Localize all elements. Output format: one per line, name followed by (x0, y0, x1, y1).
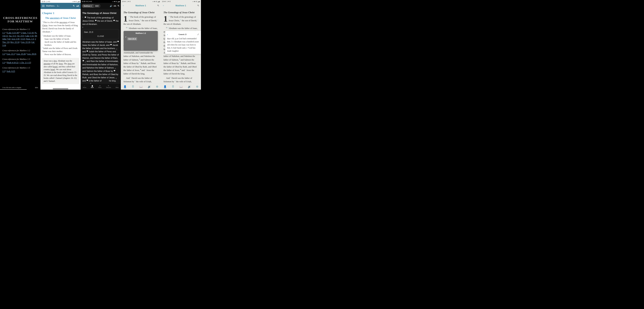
calendar-icon[interactable]: 🗓 (132, 85, 134, 88)
audio-icon[interactable]: 🔊 (110, 5, 112, 7)
esv-screen-popup-passage: 19:44 1 ✉ 8 ∞ ✱ 4G ◢ ▮ ✦ Matthew 1 🔍︎ Th… (161, 0, 201, 90)
crossref-link[interactable]: Gen 21:3 (127, 37, 137, 40)
status-time: 19:44 (122, 1, 126, 2)
status-notif-icons: 1 ✉ 8 (167, 1, 170, 2)
tab-home[interactable]: ⌂Home (83, 85, 86, 88)
kindle-crossref-screen: CROSS-REFERENCES FOR MATTHEW Cross-refer… (0, 0, 40, 90)
dark-bible-screen: 19:39 M 1 ✉ 8 ∞ ✱ 5G ◢ ▮ Matthew 1 ESV 🔊… (81, 0, 121, 90)
book-selector[interactable]: Matthew▼ (46, 5, 55, 7)
text-settings-icon[interactable]: AA (114, 5, 116, 7)
esv-logo-icon[interactable]: ✦ (162, 4, 164, 7)
crossref-list[interactable]: 1:1 a [Luke 3:23-38] b 2 Sam. 7:12-16; P… (2, 31, 38, 47)
settings-icon[interactable]: ⚙ (196, 85, 198, 88)
crossref-group-heading: Cross-references for Matthew 1:1 (2, 28, 38, 31)
bible-icon: ▇ (92, 85, 93, 86)
reading-pane[interactable]: The Genealogy of Jesus Christ 1 💬 The bo… (81, 9, 121, 90)
app-bar: Matthew 1 ESV 🔊 AA 🔍︎ (81, 3, 121, 9)
reading-pane[interactable]: Chapter 1 The ancestors of Jesus Christ … (40, 9, 81, 56)
passage-title[interactable]: Matthew 1 (164, 4, 197, 7)
audio-icon[interactable]: 🔊 (188, 85, 191, 88)
section-heading: The Genealogy of Jesus Christ (82, 11, 119, 15)
verse-1: a The book of the genealogy of Jesus Chr… (124, 16, 158, 25)
close-button[interactable]: CLOSE (84, 34, 118, 38)
status-notif-icons: 1 ✉ 8 (46, 1, 50, 2)
footnote-link[interactable]: a (51, 30, 52, 32)
crossref-popover: Gen. 21:3 CLOSE (82, 29, 119, 39)
verse-link[interactable]: 1:5 (2, 70, 5, 72)
esv-logo-icon[interactable]: ✦ (122, 4, 124, 7)
crossref-text[interactable]: Gen. 21:3 (84, 31, 118, 34)
chapter-selector[interactable]: 1▼ (57, 5, 60, 7)
status-right-icons: ∞ ✱ 4G ◢ ▮ (192, 1, 200, 2)
app-bar: Matthew▼ 1▼ 🔍︎ ᴀA (40, 3, 81, 9)
search-icon[interactable]: 🔍︎ (197, 4, 200, 7)
status-bar: 19:44 1 ✉ 8 ∞ ✱ 4G ◢ ▮ (161, 0, 201, 3)
verse-3: 3Judah was the father of Perez and Zerah… (42, 46, 79, 53)
status-right-icons: ∞ ✱ 4G ◢ ▮ (72, 1, 80, 2)
home-indicator (53, 88, 68, 89)
reference-pill[interactable]: Matthew 1 (82, 4, 94, 8)
status-bar: 19:38 1 ✉ 8 ∞ ✱ 4G ◢ ▮ (40, 0, 81, 3)
verse-6b: And j David was the father of Solomon by… (164, 76, 198, 83)
crossref-group-heading: Cross-references for Matthew 1:5 (2, 66, 38, 70)
section-heading: The ancestors of Jesus Christ (42, 16, 79, 20)
search-icon[interactable]: 🔍︎ (118, 5, 120, 7)
verse-link[interactable]: 1:2 (2, 53, 5, 55)
esv-screen-popup-refs: 19:44 1 ✉ 8 ∞ ✱ 4G ◢ ▮ ✦ Matthew 1 🔍︎ Th… (121, 0, 161, 90)
tab-bible[interactable]: ▇Bible (91, 85, 94, 88)
status-notif-icons: M 1 ✉ 8 (86, 1, 92, 2)
crossref-list[interactable]: 1:5 h Josh. 6:25 (2, 70, 38, 73)
verse-1: 1 💬 The book of the genealogy of Jesus C… (82, 16, 119, 26)
expand-icon[interactable]: ⤢ (197, 33, 199, 36)
verse-6b: And j David was the father of Solomon by… (124, 76, 158, 83)
tab-more[interactable]: ⋯More (116, 85, 118, 88)
bottom-tab-bar: ⌂Home▇Bible🗓Plans🔍︎Discover⋯More (81, 84, 121, 90)
status-time: 19:44 (162, 1, 166, 2)
calendar-icon[interactable]: 🗓 (172, 85, 174, 88)
verse-link[interactable]: 1:3 (2, 62, 5, 64)
text-settings-icon[interactable]: ᴀA (76, 5, 79, 7)
footnote-popup[interactable]: Jesus was a Jew. Abraham was the ancesto… (42, 58, 79, 84)
progress-bar (0, 89, 27, 90)
page-title: CROSS-REFERENCES FOR MATTHEW (0, 16, 40, 23)
passage-popup: ‹ Genesis 21 ⤢ days old, q as God had co… (165, 31, 201, 54)
popup-passage-text[interactable]: days old, q as God had commanded him. 5 … (167, 37, 199, 52)
more-icon: ⋯ (116, 85, 118, 86)
reference-translation-selector[interactable]: Matthew 1 ESV (82, 4, 100, 8)
bottom-toolbar: 👤 🗓 📖 🔊 ⚙ (161, 84, 201, 90)
crossref-group-heading: Cross-references for Matthew 1:3 (2, 58, 38, 61)
percent: 66% (35, 87, 38, 88)
section-heading: The Genealogy of Jesus Christ (164, 10, 198, 14)
app-bar: ✦ Matthew 1 🔍︎ (121, 3, 161, 8)
search-icon[interactable]: 🔍︎ (157, 4, 159, 7)
back-icon[interactable]: ‹ (167, 32, 168, 36)
book-icon[interactable]: 📖 (139, 85, 142, 88)
time-left: 3 hrs 58 mins left in chapter (2, 87, 21, 88)
verse-2: 2Abraham was the father of Isaac. (42, 34, 79, 37)
plans-icon: 🗓 (99, 85, 100, 86)
book-icon[interactable]: 📖 (180, 85, 183, 88)
status-time: 19:38 (42, 1, 45, 2)
status-right-icons: ∞ ✱ 5G ◢ ▮ (112, 1, 120, 2)
passage-title[interactable]: Matthew 1 (124, 4, 157, 7)
audio-icon[interactable]: 🔊 (148, 85, 151, 88)
tab-discover[interactable]: 🔍︎Discover (106, 85, 111, 88)
profile-icon[interactable]: 👤 (164, 85, 167, 88)
verse-1: a The book of the genealogy of Jesus Chr… (164, 16, 198, 25)
chapter-heading: Chapter 1 (42, 11, 79, 15)
verse-1: 1This is a list of the ancestors of Jesu… (42, 21, 79, 33)
verse-link[interactable]: 1:1 (2, 32, 5, 34)
status-time: 19:39 (82, 1, 86, 2)
translation-pill[interactable]: ESV (94, 4, 100, 8)
crossref-list[interactable]: 1:2 d Gen. 21:3 e Gen. 25:26 f Gen. 29:3… (2, 52, 38, 56)
chapter-dropcap: 1 (124, 16, 128, 22)
footnote-letter: d (125, 36, 126, 38)
tab-plans[interactable]: 🗓Plans (98, 85, 102, 88)
app-bar: ✦ Matthew 1 🔍︎ (161, 3, 201, 8)
chapter-dropcap: 1 (164, 16, 168, 22)
search-icon[interactable]: 🔍︎ (73, 5, 75, 7)
menu-icon[interactable] (42, 5, 44, 7)
crossref-list[interactable]: 1:3 g [Ruth 4:18-22; 1 Chr. 2:1-15] (2, 61, 38, 64)
profile-icon[interactable]: 👤 (124, 85, 126, 88)
settings-icon[interactable]: ⚙ (156, 85, 158, 88)
